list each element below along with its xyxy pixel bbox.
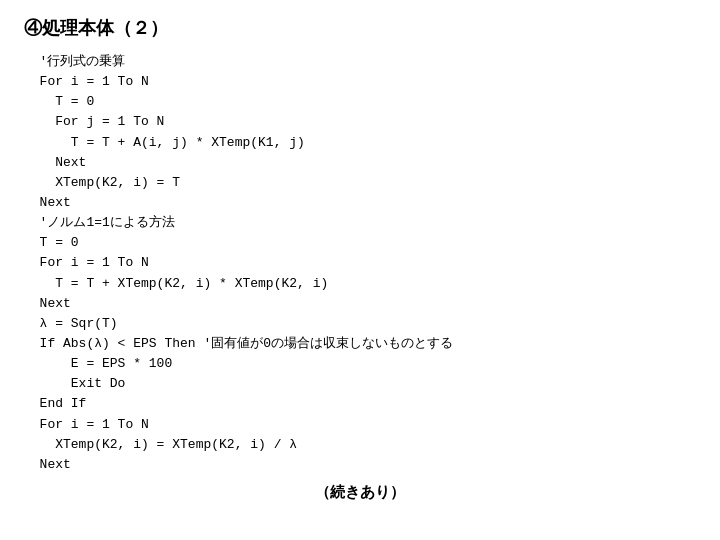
code-line-3: For j = 1 To N: [24, 112, 696, 132]
code-line-15: E = EPS * 100: [24, 354, 696, 374]
footer-text: （続きあり）: [24, 483, 696, 502]
code-line-12: Next: [24, 294, 696, 314]
code-line-14: If Abs(λ) < EPS Then '固有値が0の場合は収束しないものとす…: [24, 334, 696, 354]
code-line-17: End If: [24, 394, 696, 414]
code-line-16: Exit Do: [24, 374, 696, 394]
code-line-9: T = 0: [24, 233, 696, 253]
code-line-20: Next: [24, 455, 696, 475]
code-container: '行列式の乗算 For i = 1 To N T = 0 For j = 1 T…: [24, 52, 696, 475]
page-title: ④処理本体（２）: [24, 16, 696, 40]
code-line-13: λ = Sqr(T): [24, 314, 696, 334]
page-container: ④処理本体（２） '行列式の乗算 For i = 1 To N T = 0 Fo…: [0, 0, 720, 540]
code-line-2: T = 0: [24, 92, 696, 112]
code-line-5: Next: [24, 153, 696, 173]
code-line-11: T = T + XTemp(K2, i) * XTemp(K2, i): [24, 274, 696, 294]
code-line-10: For i = 1 To N: [24, 253, 696, 273]
code-line-6: XTemp(K2, i) = T: [24, 173, 696, 193]
code-line-4: T = T + A(i, j) * XTemp(K1, j): [24, 133, 696, 153]
code-line-0: '行列式の乗算: [24, 52, 696, 72]
code-line-8: 'ノルム1=1による方法: [24, 213, 696, 233]
code-line-18: For i = 1 To N: [24, 415, 696, 435]
code-line-7: Next: [24, 193, 696, 213]
code-line-1: For i = 1 To N: [24, 72, 696, 92]
code-line-19: XTemp(K2, i) = XTemp(K2, i) / λ: [24, 435, 696, 455]
